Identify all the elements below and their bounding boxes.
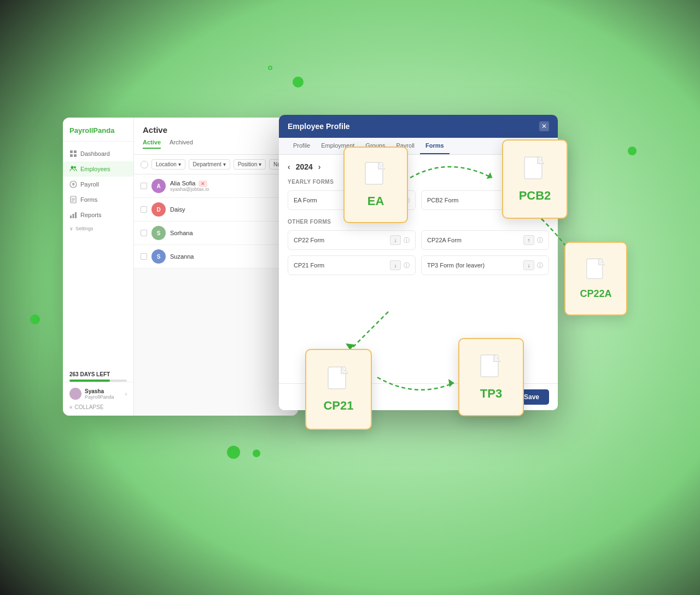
form-name-cp22a: CP22A Form xyxy=(427,237,462,243)
svg-point-5 xyxy=(74,166,76,168)
employee-checkbox[interactable] xyxy=(141,183,147,189)
form-item-cp22: CP22 Form ↓ ⓘ xyxy=(288,230,416,250)
cp21-file-icon xyxy=(327,366,350,394)
tab-archived[interactable]: Archived xyxy=(170,139,193,149)
form-info-cp21[interactable]: ⓘ xyxy=(404,261,410,270)
filter-position[interactable]: Position ▾ xyxy=(234,159,266,170)
employee-row[interactable]: A Alia Sofia ✕ syasha@jobtax.io xyxy=(134,174,298,198)
avatar: S xyxy=(151,226,166,240)
tab-profile[interactable]: Profile xyxy=(288,138,316,154)
employee-checkbox[interactable] xyxy=(141,206,147,213)
user-info: Syasha PayrollPanda › xyxy=(69,388,127,400)
other-forms-grid: CP22 Form ↓ ⓘ CP22A Form ↑ ⓘ CP21 Form xyxy=(288,230,549,275)
sidebar-item-dashboard[interactable]: Dashboard xyxy=(63,146,133,161)
form-actions-cp22: ↓ ⓘ xyxy=(390,235,410,245)
days-left-label: 263 DAYS LEFT xyxy=(69,371,127,377)
employee-email: syasha@jobtax.io xyxy=(170,186,209,192)
sidebar-item-reports-label: Reports xyxy=(80,212,102,218)
app-window: PayrollPanda Dashboard xyxy=(63,118,298,416)
employees-list: A Alia Sofia ✕ syasha@jobtax.io D Daisy xyxy=(134,174,298,269)
avatar: S xyxy=(151,249,166,264)
dot-1 xyxy=(268,66,272,70)
year-display: 2024 xyxy=(296,162,313,171)
page-title: Active xyxy=(143,125,289,135)
svg-rect-11 xyxy=(70,215,72,218)
form-info-cp22[interactable]: ⓘ xyxy=(404,236,410,244)
svg-point-4 xyxy=(71,166,74,169)
form-download-cp21[interactable]: ↓ xyxy=(390,260,401,270)
year-prev-button[interactable]: ‹ xyxy=(288,162,290,171)
sidebar-nav: Dashboard Employees Pa xyxy=(63,142,133,367)
employee-info: Suzanna xyxy=(170,253,194,260)
svg-rect-13 xyxy=(75,212,77,218)
sidebar-item-forms[interactable]: Forms xyxy=(63,192,133,207)
employee-row[interactable]: S Sorhana xyxy=(134,221,298,245)
svg-rect-0 xyxy=(70,150,73,153)
form-info-cp22a[interactable]: ⓘ xyxy=(537,236,543,244)
employee-name: Daisy xyxy=(170,206,185,213)
collapse-label: COLLAPSE xyxy=(75,404,104,410)
employee-name: Alia Sofia ✕ xyxy=(170,180,209,186)
employee-info: Alia Sofia ✕ syasha@jobtax.io xyxy=(170,180,209,192)
sidebar-item-payroll[interactable]: Payroll xyxy=(63,177,133,192)
cp22a-label: CP22A xyxy=(580,288,611,300)
grid-icon xyxy=(69,150,77,158)
employee-row[interactable]: S Suzanna xyxy=(134,245,298,269)
filter-location[interactable]: Location ▾ xyxy=(151,159,185,170)
filter-department[interactable]: Department ▾ xyxy=(189,159,230,170)
ea-label: EA xyxy=(368,194,384,208)
filters-row: Location ▾ Department ▾ Position ▾ Na... xyxy=(134,155,298,174)
form-download-cp22a[interactable]: ↑ xyxy=(523,235,534,245)
dialog-title: Employee Profile xyxy=(288,122,350,131)
settings-section: ∨ Settings xyxy=(63,223,133,234)
sidebar-item-payroll-label: Payroll xyxy=(80,181,99,188)
sidebar: PayrollPanda Dashboard xyxy=(63,118,134,416)
collapse-button[interactable]: « COLLAPSE xyxy=(69,404,127,410)
form-download-tp3[interactable]: ↓ xyxy=(523,260,534,270)
cp22a-file-icon xyxy=(586,258,606,284)
svg-rect-1 xyxy=(74,150,77,153)
floating-card-cp22a: CP22A xyxy=(564,242,627,316)
dot-6 xyxy=(628,147,637,155)
form-info-tp3[interactable]: ⓘ xyxy=(537,261,543,270)
year-next-button[interactable]: › xyxy=(318,162,321,171)
avatar: A xyxy=(151,179,166,193)
floating-card-cp21: CP21 xyxy=(305,349,372,430)
sidebar-item-employees[interactable]: Employees xyxy=(63,161,133,177)
search-icon xyxy=(141,161,148,168)
employee-checkbox[interactable] xyxy=(141,230,147,236)
sidebar-bottom: Syasha PayrollPanda › « COLLAPSE xyxy=(63,382,133,416)
form-item-cp21: CP21 Form ↓ ⓘ xyxy=(288,255,416,275)
employee-name: Suzanna xyxy=(170,253,194,260)
svg-rect-2 xyxy=(70,154,73,157)
tab-forms[interactable]: Forms xyxy=(420,138,450,154)
form-name-cp22: CP22 Form xyxy=(294,237,324,243)
dot-3 xyxy=(30,314,40,324)
reports-icon xyxy=(69,211,77,219)
other-forms-label: OTHER FORMS xyxy=(288,219,549,225)
tp3-file-icon xyxy=(480,354,503,382)
employee-checkbox[interactable] xyxy=(141,253,147,260)
form-actions-tp3: ↓ ⓘ xyxy=(523,260,543,270)
dot-5 xyxy=(253,450,260,457)
user-avatar xyxy=(69,388,81,400)
logo-payroll: Payroll xyxy=(69,126,93,135)
tab-active[interactable]: Active xyxy=(143,139,161,149)
form-download-cp22[interactable]: ↓ xyxy=(390,235,401,245)
user-sub: PayrollPanda xyxy=(85,394,114,400)
dot-4 xyxy=(227,446,240,459)
employee-row[interactable]: D Daisy xyxy=(134,198,298,221)
form-item-tp3: TP3 Form (for leaver) ↓ ⓘ xyxy=(421,255,549,275)
employees-tabs: Active Archived xyxy=(143,139,289,149)
form-name-cp21: CP21 Form xyxy=(294,262,324,269)
users-icon xyxy=(69,165,77,173)
svg-rect-3 xyxy=(74,154,77,157)
cp21-label: CP21 xyxy=(323,399,353,413)
user-arrow: › xyxy=(125,391,127,397)
dialog-close-button[interactable]: ✕ xyxy=(539,121,549,131)
pcb2-label: PCB2 xyxy=(519,189,551,203)
sidebar-item-reports[interactable]: Reports xyxy=(63,207,133,223)
form-actions-cp21: ↓ ⓘ xyxy=(390,260,410,270)
floating-card-ea: EA xyxy=(343,147,408,223)
settings-label: Settings xyxy=(75,226,94,231)
